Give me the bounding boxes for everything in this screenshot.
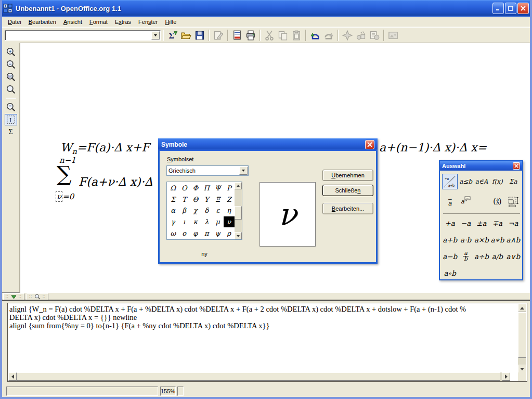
symbol-cell-ν[interactable]: ν — [224, 216, 235, 228]
symbol-cell-ι[interactable]: ι — [179, 216, 190, 228]
menu-fenster[interactable]: Fenster — [135, 18, 161, 26]
save-icon[interactable] — [193, 29, 206, 42]
symbol-cell-φ[interactable]: φ — [190, 227, 201, 239]
functions-category[interactable]: f(x) — [489, 174, 505, 189]
schliessen-button[interactable]: Schließen — [322, 185, 373, 196]
command-text[interactable]: alignl {W_n = F(a) cdot %DELTA x + F(a +… — [9, 305, 516, 330]
symbol-cell-β[interactable]: β — [179, 205, 190, 216]
unary-binary-operators-category[interactable]: +aa+b — [442, 174, 458, 189]
operator-a∗b[interactable]: a∗b — [489, 233, 505, 246]
redo-icon[interactable] — [322, 29, 335, 42]
symbol-cell-χ[interactable]: χ — [190, 205, 201, 216]
symbolset-combobox[interactable]: Griechisch — [166, 165, 249, 176]
menu-datei[interactable]: Datei — [4, 18, 25, 26]
insert-fields-icon[interactable] — [355, 29, 367, 42]
symbols-dialog-titlebar[interactable]: Symbole — [158, 138, 378, 151]
close-button[interactable] — [517, 3, 529, 14]
symbol-cell-Ω[interactable]: Ω — [167, 183, 179, 194]
operator-a∨b[interactable]: a∨b — [505, 250, 521, 263]
symbol-cell-Θ[interactable]: Θ — [190, 194, 201, 205]
zoom-100-icon[interactable]: 100 — [5, 71, 17, 83]
vertical-scroll-thumb[interactable] — [518, 312, 526, 358]
paste-icon[interactable] — [290, 29, 303, 42]
command-editor[interactable]: alignl {W_n = F(a) cdot %DELTA x + F(a +… — [7, 303, 527, 382]
operator-a−b[interactable]: a−b — [442, 250, 458, 263]
operator-a÷b[interactable]: a÷b — [474, 250, 489, 263]
edit-handle[interactable]: ∷ ∷ — [27, 293, 48, 300]
symbol-cell-Σ[interactable]: Σ — [167, 194, 179, 205]
command-vertical-scrollbar[interactable] — [518, 304, 526, 373]
symbol-cell-ρ[interactable]: ρ — [224, 227, 235, 239]
symbol-cell-Ρ[interactable]: Ρ — [224, 183, 235, 194]
operator-−a[interactable]: −a — [458, 216, 473, 229]
maximize-button[interactable] — [505, 3, 516, 14]
zoom-level-pane[interactable]: 155% — [160, 387, 176, 396]
symbol-cell-π[interactable]: π — [201, 227, 213, 239]
combobox-dropdown-button[interactable] — [151, 31, 160, 40]
operator-a∘b[interactable]: a∘b — [442, 266, 458, 279]
zoom-all-icon[interactable] — [5, 84, 17, 95]
symbol-scroll-up-button[interactable] — [235, 182, 242, 189]
zoom-in-icon[interactable]: + — [5, 46, 17, 58]
symbolset-dropdown-button[interactable] — [239, 166, 248, 175]
scroll-left-button[interactable] — [8, 372, 17, 381]
symbol-scroll-down-button[interactable] — [235, 232, 242, 239]
operator-a×b[interactable]: a×b — [474, 233, 489, 246]
scroll-down-button[interactable] — [518, 365, 526, 373]
menu-ansicht[interactable]: Ansicht — [60, 18, 86, 26]
operator-a·b[interactable]: a·b — [458, 233, 473, 246]
symbol-cell-Ο[interactable]: Ο — [179, 183, 190, 194]
symbol-cell-γ[interactable]: γ — [167, 216, 179, 228]
set-operations-category[interactable]: a∈A — [474, 174, 489, 189]
bearbeiten-button[interactable]: Bearbeiten... — [322, 203, 373, 214]
symbol-cell-ε[interactable]: ε — [212, 205, 224, 216]
symbol-cell-δ[interactable]: δ — [201, 205, 213, 216]
relations-category[interactable]: a≤b — [458, 174, 473, 189]
new-formula-icon[interactable]: Σ — [166, 29, 179, 42]
navigator-icon[interactable] — [341, 29, 354, 42]
symbol-cell-η[interactable]: η — [224, 205, 235, 216]
symbol-cell-μ[interactable]: μ — [212, 216, 224, 228]
stow-handle[interactable]: ∷ ∷ — [3, 293, 24, 300]
symbol-cell-Ψ[interactable]: Ψ — [212, 183, 224, 194]
print-icon[interactable] — [244, 29, 257, 42]
operator-∓a[interactable]: ∓a — [489, 216, 505, 229]
export-pdf-icon[interactable] — [231, 29, 243, 42]
selection-palette-titlebar[interactable]: Auswahl — [440, 161, 522, 171]
operator-+a[interactable]: +a — [442, 216, 458, 229]
title-bar[interactable]: Unbenannt1 - OpenOffice.org 1.1 — [0, 0, 532, 17]
formats-category[interactable] — [505, 194, 521, 209]
update-view-icon[interactable]: = — [5, 101, 17, 113]
symbol-cell-Ζ[interactable]: Ζ — [224, 194, 235, 205]
brackets-category[interactable]: (ab) — [489, 194, 505, 209]
symbol-cell-Ξ[interactable]: Ξ — [212, 194, 224, 205]
open-icon[interactable] — [180, 29, 192, 42]
menu-format[interactable]: Format — [86, 18, 111, 26]
selection-palette-close-icon[interactable] — [513, 162, 520, 170]
symbol-cell-α[interactable]: α — [167, 205, 179, 216]
data-source-icon[interactable] — [368, 29, 381, 42]
copy-icon[interactable] — [277, 29, 289, 42]
undo-icon[interactable] — [309, 29, 321, 42]
operator-¬a[interactable]: ¬a — [505, 216, 521, 229]
symbols-catalog-icon[interactable]: Σ — [5, 126, 17, 138]
symbol-cell-Π[interactable]: Π — [201, 183, 213, 194]
symbols-dialog-close-icon[interactable] — [365, 140, 374, 149]
horizontal-scroll-thumb[interactable] — [17, 372, 500, 381]
symbol-cell-λ[interactable]: λ — [201, 216, 213, 228]
menu-extras[interactable]: Extras — [111, 18, 135, 26]
zoom-out-icon[interactable]: − — [5, 59, 17, 70]
symbol-cell-ψ[interactable]: ψ — [212, 227, 224, 239]
command-horizontal-scrollbar[interactable] — [8, 372, 510, 381]
misc-category[interactable]: a — [458, 194, 473, 209]
scroll-up-button[interactable] — [518, 304, 526, 312]
symbol-cell-κ[interactable]: κ — [190, 216, 201, 228]
operator-a+b[interactable]: a+b — [442, 233, 458, 246]
symbol-cell-Τ[interactable]: Τ — [179, 194, 190, 205]
operator-a/b[interactable]: a/b — [489, 250, 505, 263]
symbol-scroll-thumb[interactable] — [235, 206, 242, 220]
scroll-right-button[interactable] — [502, 372, 510, 381]
symbol-grid-scrollbar[interactable] — [235, 182, 242, 239]
attributes-category[interactable]: →a — [442, 194, 458, 209]
edit-file-icon[interactable] — [212, 29, 225, 42]
